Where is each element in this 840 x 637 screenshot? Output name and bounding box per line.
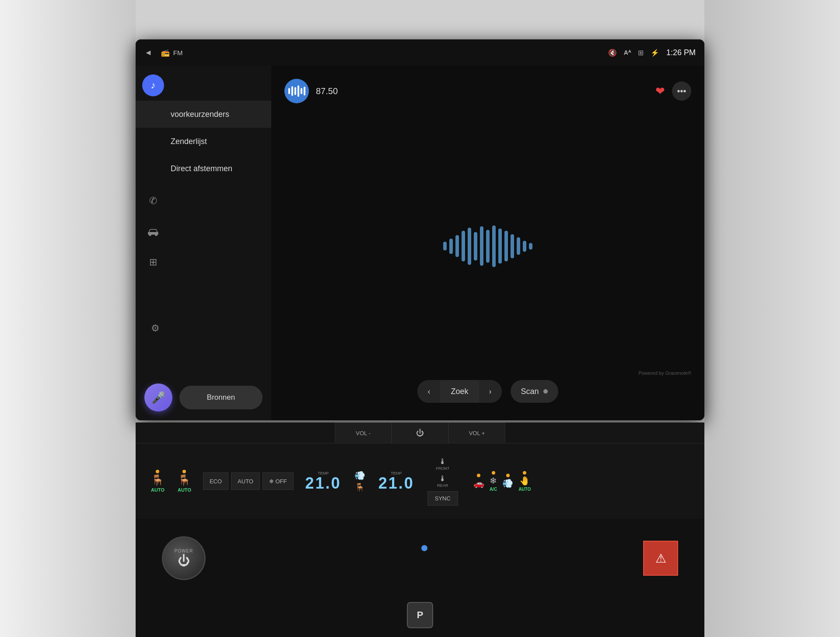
favorite-button[interactable]: ❤: [655, 84, 665, 98]
right-seat-block: 🪑 AUTO: [171, 470, 198, 493]
ac-icon-block: ❄ A/C: [490, 471, 497, 492]
rear-window-indicator: [477, 474, 480, 477]
player-controls: ‹ Zoek › Scan: [284, 380, 691, 407]
svg-point-2: [155, 233, 158, 236]
waveform-visualization: Powered by Gracenote®: [284, 112, 691, 380]
grid-icon-col: ⊞: [136, 247, 171, 278]
gear-p-label: P: [417, 609, 424, 621]
climate-panel: VOL - ⏻ VOL + 🪑 AUTO: [136, 422, 704, 519]
navigation-icon: ◄: [144, 48, 152, 57]
right-seat-indicator: [182, 470, 186, 473]
power-icon-small: ⏻: [416, 429, 424, 438]
sidebar-bottom-controls: 🎤 Bronnen: [136, 375, 271, 420]
main-screen: ◄ 📻 FM 🔇 Aᴬ ⊞ ⚡ 1:26 PM: [136, 39, 704, 420]
menu-direct-afstemmen[interactable]: Direct afstemmen: [136, 155, 271, 182]
vent-icon[interactable]: 💨: [502, 478, 513, 489]
gear-p-indicator[interactable]: P: [407, 602, 433, 628]
left-seat-indicator: [156, 470, 159, 473]
music-icon-col: ♪: [136, 70, 171, 101]
power-button[interactable]: POWER ⏻: [162, 536, 206, 580]
bronnen-button[interactable]: Bronnen: [179, 386, 262, 409]
svg-point-1: [149, 233, 151, 236]
auto-climate-indicator: [523, 471, 526, 475]
clock-display: 1:26 PM: [666, 48, 696, 57]
scan-button[interactable]: Scan: [511, 380, 558, 403]
eco-button[interactable]: ECO: [203, 472, 228, 490]
grid-icon: ⊞: [638, 49, 644, 57]
zoek-next-button[interactable]: ›: [479, 380, 502, 403]
auto-climate-block: 🤚 AUTO: [518, 471, 531, 492]
ac-off-label: ❄ OFF: [269, 478, 287, 485]
fan-left-icon[interactable]: 💨: [354, 470, 365, 481]
sidebar-item-music[interactable]: ♪: [136, 70, 271, 101]
rear-defrost-button[interactable]: 🌡 REAR: [437, 474, 448, 488]
auto-button[interactable]: AUTO: [231, 472, 260, 490]
right-temp-display: 21.0: [378, 475, 414, 491]
seat-center-icon: 🪑: [355, 482, 364, 492]
main-content-area: ♪ voorkeurzenders Zenderlijst Direct afs…: [136, 66, 704, 420]
menu-item-direct-afstemmen-label: Direct afstemmen: [171, 164, 232, 173]
status-bar: ◄ 📻 FM 🔇 Aᴬ ⊞ ⚡ 1:26 PM: [136, 39, 704, 66]
zoek-label: Zoek: [440, 387, 479, 396]
microphone-button[interactable]: 🎤: [144, 384, 172, 412]
sidebar-item-car[interactable]: [136, 216, 271, 247]
hazard-button[interactable]: ⚠: [643, 541, 678, 576]
left-seat-icon[interactable]: 🪑: [151, 474, 164, 486]
sync-button[interactable]: SYNC: [427, 491, 458, 506]
sync-label: SYNC: [435, 495, 451, 502]
power-symbol-icon: ⏻: [178, 553, 190, 568]
status-icons-group: 🔇 Aᴬ ⊞ ⚡ 1:26 PM: [608, 48, 696, 57]
scan-label: Scan: [521, 387, 539, 396]
eco-label: ECO: [210, 478, 222, 485]
sidebar-item-settings[interactable]: ⚙: [136, 309, 271, 348]
vent-indicator: [506, 474, 510, 477]
sidebar-item-phone[interactable]: ✆: [136, 186, 271, 216]
front-defrost-label: FRONT: [436, 466, 449, 471]
right-climate-icons: 🚗 ❄ A/C 💨 🤚 AUTO: [465, 471, 539, 492]
music-icon-circle: ♪: [142, 74, 164, 96]
auto-climate-icon[interactable]: 🤚: [519, 475, 530, 486]
mic-icon: 🎤: [151, 391, 165, 405]
sidebar-item-grid[interactable]: ⊞: [136, 247, 271, 278]
power-button-vol[interactable]: ⏻: [392, 422, 448, 443]
climate-controls: 🪑 AUTO 🪑 AUTO ECO AUTO: [136, 443, 704, 519]
fm-label: FM: [173, 49, 183, 56]
right-seat-icon[interactable]: 🪑: [178, 474, 191, 486]
menu-zenderlijst[interactable]: Zenderlijst: [136, 128, 271, 155]
menu-voorkeurzenders[interactable]: voorkeurzenders: [136, 101, 271, 128]
left-temp-display: 21.0: [305, 475, 341, 491]
right-temp-block: TEMP 21.0: [372, 471, 421, 491]
waveform-bars: [443, 224, 532, 268]
front-defrost-button[interactable]: 🌡 FRONT: [436, 457, 449, 471]
ac-icon[interactable]: ❄: [490, 475, 497, 486]
sidebar-nav: ♪ voorkeurzenders Zenderlijst Direct afs…: [136, 66, 271, 282]
car-background: ◄ 📻 FM 🔇 Aᴬ ⊞ ⚡ 1:26 PM: [0, 0, 840, 637]
more-options-button[interactable]: •••: [672, 81, 691, 101]
menu-item-voorkeurzenders-label: voorkeurzenders: [171, 110, 229, 119]
auto-label: AUTO: [238, 478, 253, 485]
vol-minus-button[interactable]: VOL -: [335, 422, 392, 443]
hazard-icon: ⚠: [655, 551, 666, 566]
menu-item-zenderlijst-label: Zenderlijst: [171, 137, 207, 146]
ac-label: A/C: [490, 487, 497, 492]
zoek-prev-button[interactable]: ‹: [417, 380, 440, 403]
defroster-controls: 🌡 FRONT: [436, 457, 449, 471]
waveform-small: [288, 84, 305, 98]
zoek-control: ‹ Zoek ›: [417, 380, 501, 403]
car-left-panel: [0, 0, 136, 637]
power-button-label: POWER: [175, 549, 193, 553]
fm-source-indicator: 📻 FM: [161, 49, 183, 57]
station-actions: ❤ •••: [655, 81, 691, 101]
mute-icon: 🔇: [608, 49, 617, 57]
vol-plus-button[interactable]: VOL +: [448, 422, 505, 443]
phone-icon-col: ✆: [136, 186, 171, 216]
more-icon: •••: [677, 86, 686, 96]
frequency-display: 87.50: [316, 86, 338, 96]
gracenote-attribution: Powered by Gracenote®: [638, 370, 691, 376]
rear-window-icon[interactable]: 🚗: [473, 478, 484, 489]
bluetooth-icon: ⚡: [651, 49, 659, 57]
apps-icon: ⊞: [142, 251, 164, 273]
ac-off-button[interactable]: ❄ OFF: [262, 472, 294, 490]
station-header: 87.50 ❤ •••: [284, 79, 691, 103]
car-icon-col: [136, 216, 171, 247]
